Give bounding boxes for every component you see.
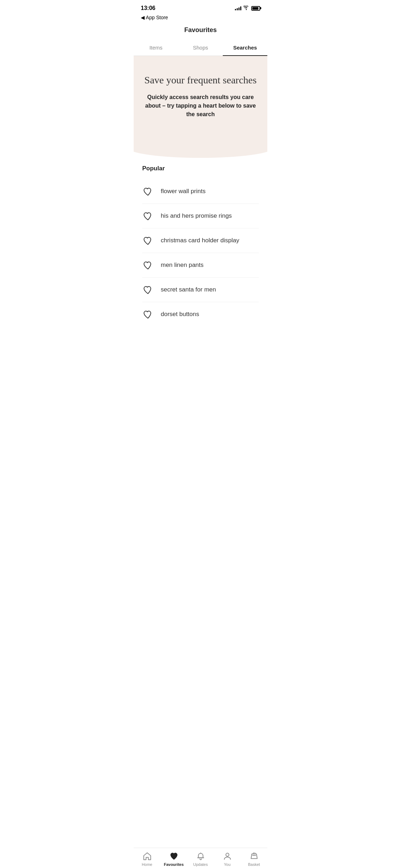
nav-basket[interactable]: Basket [243,852,265,867]
home-icon [143,852,152,861]
popular-label: Popular [142,165,259,172]
bell-icon [196,852,205,861]
tab-shops[interactable]: Shops [178,40,223,56]
search-item-text: secret santa for men [161,286,216,293]
nav-basket-label: Basket [248,862,260,867]
nav-home[interactable]: Home [137,852,158,867]
search-item-text: flower wall prints [161,188,206,195]
heart-icon[interactable] [142,210,154,222]
nav-favourites-label: Favourites [164,862,184,867]
signal-icon [235,6,241,10]
search-items-list: flower wall prints his and hers promise … [142,179,259,326]
list-item[interactable]: his and hers promise rings [142,204,259,228]
svg-point-1 [226,853,229,856]
heart-icon[interactable] [142,284,154,295]
list-item[interactable]: christmas card holder display [142,228,259,253]
status-time: 13:06 [141,5,155,11]
nav-favourites[interactable]: Favourites [163,852,185,867]
list-item[interactable]: secret santa for men [142,278,259,302]
nav-you[interactable]: You [217,852,238,867]
list-item[interactable]: dorset buttons [142,302,259,326]
popular-section: Popular flower wall prints his and hers … [134,147,267,334]
nav-updates[interactable]: Updates [190,852,211,867]
nav-updates-label: Updates [193,862,208,867]
nav-you-label: You [224,862,231,867]
search-item-text: his and hers promise rings [161,212,232,219]
tab-searches[interactable]: Searches [223,40,267,56]
hero-title: Save your frequent searches [144,74,257,87]
nav-home-label: Home [142,862,152,867]
status-icons [235,5,260,11]
list-item[interactable]: men linen pants [142,253,259,278]
back-navigation[interactable]: ◀ App Store [134,14,267,22]
bottom-nav: Home Favourites Updates [134,848,267,868]
wifi-icon [243,5,249,11]
search-item-text: christmas card holder display [161,237,239,244]
person-icon [223,852,232,861]
bottom-nav-container: Home Favourites Updates [134,858,267,868]
back-label[interactable]: ◀ App Store [141,15,168,20]
hero-subtitle: Quickly access search results you care a… [144,93,257,119]
search-item-text: dorset buttons [161,311,199,318]
svg-point-0 [200,853,201,853]
heart-icon[interactable] [142,235,154,246]
page-title: Favourites [134,22,267,40]
search-item-text: men linen pants [161,262,204,269]
status-bar: 13:06 [134,0,267,14]
tab-items[interactable]: Items [134,40,178,56]
heart-icon[interactable] [142,186,154,197]
tabs-container: Items Shops Searches [134,40,267,56]
basket-icon [250,852,259,861]
heart-icon[interactable] [142,309,154,320]
battery-icon [251,6,260,11]
heart-icon[interactable] [142,259,154,271]
heart-filled-icon [169,852,179,861]
hero-section: Save your frequent searches Quickly acce… [134,56,267,147]
list-item[interactable]: flower wall prints [142,179,259,204]
